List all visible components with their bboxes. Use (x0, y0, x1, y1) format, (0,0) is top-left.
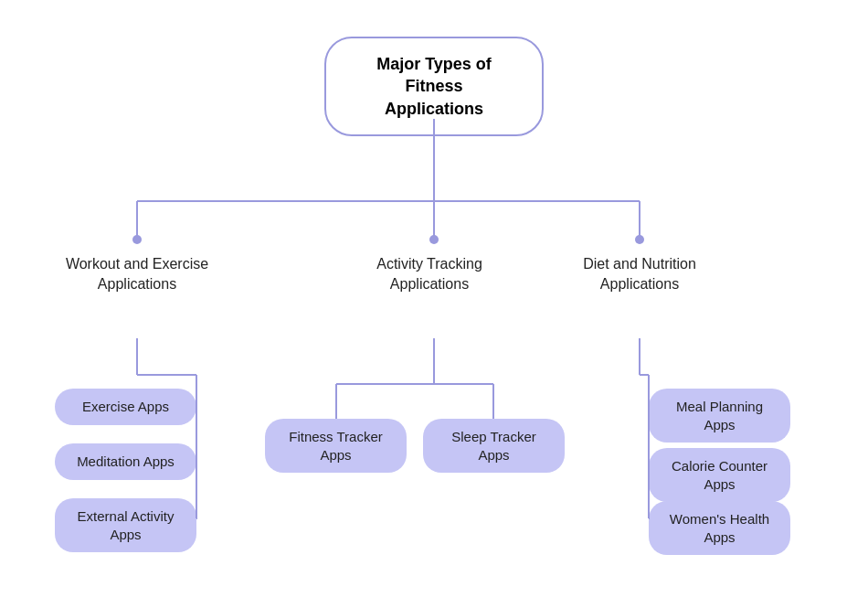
svg-point-5 (429, 235, 439, 244)
diagram: Major Types of Fitness Applications Work… (0, 0, 868, 608)
leaf-fitness-tracker: Fitness Tracker Apps (265, 419, 407, 473)
mid-node-activity: Activity Tracking Applications (356, 254, 503, 293)
leaf-meditation: Meditation Apps (55, 443, 196, 480)
leaf-womens: Women's Health Apps (649, 501, 790, 555)
leaf-exercise: Exercise Apps (55, 389, 196, 425)
leaf-external: External Activity Apps (55, 498, 196, 552)
mid-node-diet: Diet and Nutrition Applications (566, 254, 713, 293)
leaf-calorie: Calorie Counter Apps (649, 448, 790, 502)
mid-node-workout: Workout and Exercise Applications (64, 254, 210, 293)
svg-point-3 (132, 235, 142, 244)
leaf-sleep-tracker: Sleep Tracker Apps (423, 419, 565, 473)
svg-point-7 (635, 235, 644, 244)
root-label: Major Types of Fitness Applications (376, 55, 492, 118)
leaf-meal: Meal Planning Apps (649, 389, 790, 443)
root-node: Major Types of Fitness Applications (324, 37, 544, 136)
